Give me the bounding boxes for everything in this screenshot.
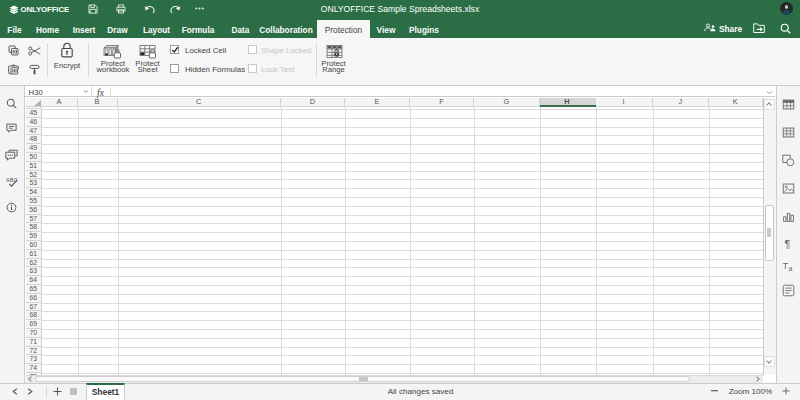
svg-text:T: T (783, 261, 788, 271)
svg-text:¶: ¶ (784, 238, 790, 250)
svg-text:a: a (789, 265, 793, 272)
